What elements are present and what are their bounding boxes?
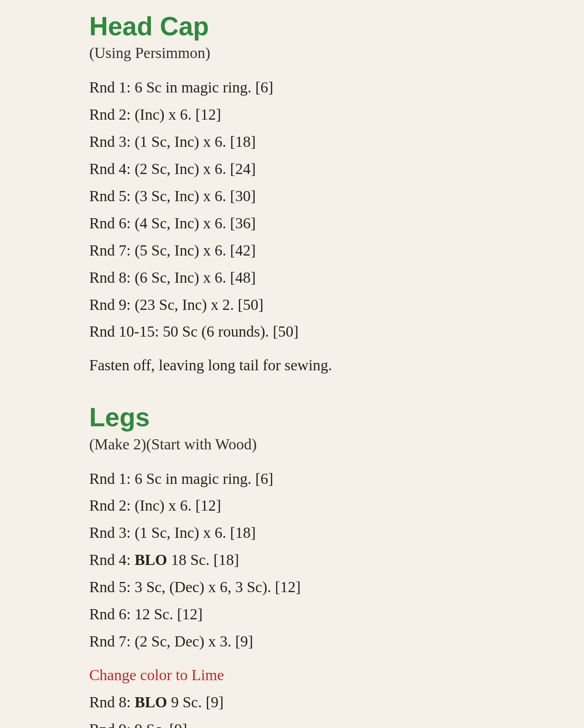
flower-decoration (503, 726, 552, 728)
list-item: Rnd 9: 9 Sc. [9] (89, 716, 560, 728)
legs-title: Legs (89, 403, 560, 432)
list-item: Rnd 7: (5 Sc, Inc) x 6. [42] (89, 237, 560, 264)
legs-instructions-list-after: Rnd 8: BLO 9 Sc. [9] Rnd 9: 9 Sc. [9] (89, 689, 560, 728)
list-item: Rnd 9: (23 Sc, Inc) x 2. [50] (89, 291, 560, 318)
list-item: Rnd 3: (1 Sc, Inc) x 6. [18] (89, 128, 560, 155)
list-item: Rnd 8: (6 Sc, Inc) x 6. [48] (89, 264, 560, 291)
list-item: Rnd 4: BLO 18 Sc. [18] (89, 546, 560, 573)
head-cap-title: Head Cap (89, 12, 560, 41)
legs-instructions-list-before: Rnd 1: 6 Sc in magic ring. [6] Rnd 2: (I… (89, 465, 560, 655)
head-cap-section: Head Cap (Using Persimmon) Rnd 1: 6 Sc i… (89, 12, 560, 379)
list-item: Rnd 7: (2 Sc, Dec) x 3. [9] (89, 628, 560, 655)
legs-section: Legs (Make 2)(Start with Wood) Rnd 1: 6 … (89, 403, 560, 728)
list-item: Rnd 10-15: 50 Sc (6 rounds). [50] (89, 318, 560, 345)
list-item: Rnd 8: BLO 9 Sc. [9] (89, 689, 560, 716)
blo-rnd4-label: BLO (135, 551, 167, 568)
color-change-text: Change color to Lime (89, 661, 560, 689)
list-item: Rnd 3: (1 Sc, Inc) x 6. [18] (89, 519, 560, 546)
head-cap-fasten-off: Fasten off, leaving long tail for sewing… (89, 352, 560, 379)
head-cap-instructions-list: Rnd 1: 6 Sc in magic ring. [6] Rnd 2: (I… (89, 74, 560, 345)
list-item: Rnd 1: 6 Sc in magic ring. [6] (89, 465, 560, 492)
page-container: Head Cap (Using Persimmon) Rnd 1: 6 Sc i… (0, 0, 584, 728)
head-cap-subtitle: (Using Persimmon) (89, 44, 560, 62)
list-item: Rnd 4: (2 Sc, Inc) x 6. [24] (89, 155, 560, 183)
blo-rnd8-label: BLO (135, 694, 167, 711)
list-item: Rnd 1: 6 Sc in magic ring. [6] (89, 74, 560, 101)
list-item: Rnd 5: 3 Sc, (Dec) x 6, 3 Sc). [12] (89, 573, 560, 601)
list-item: Rnd 6: (4 Sc, Inc) x 6. [36] (89, 210, 560, 237)
list-item: Rnd 5: (3 Sc, Inc) x 6. [30] (89, 183, 560, 210)
list-item: Rnd 2: (Inc) x 6. [12] (89, 492, 560, 519)
list-item: Rnd 6: 12 Sc. [12] (89, 601, 560, 628)
legs-subtitle: (Make 2)(Start with Wood) (89, 435, 560, 453)
list-item: Rnd 2: (Inc) x 6. [12] (89, 101, 560, 128)
